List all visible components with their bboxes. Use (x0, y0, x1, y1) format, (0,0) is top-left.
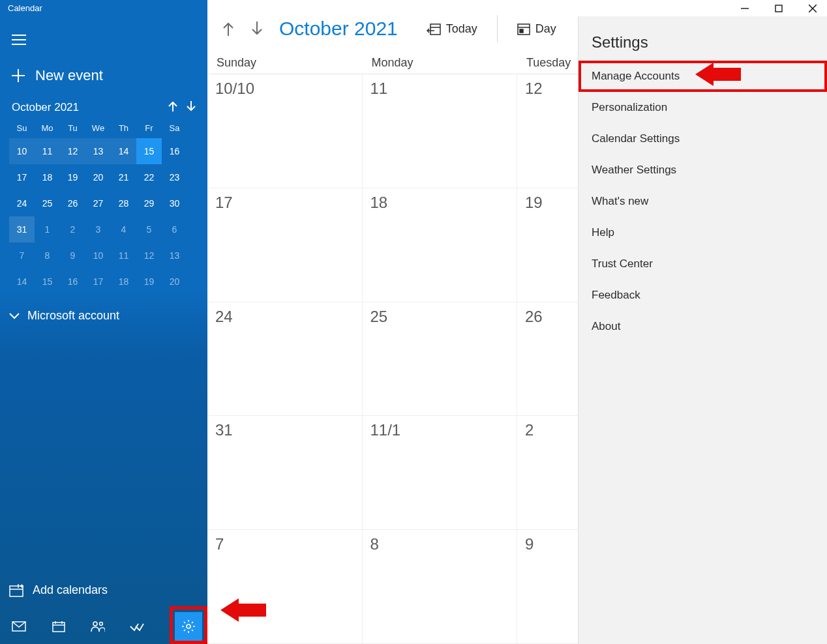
mini-day-cell[interactable]: 19 (60, 164, 85, 190)
settings-item-what-s-new[interactable]: What's new (579, 186, 827, 217)
mini-day-cell[interactable]: 31 (9, 216, 35, 242)
plus-icon (12, 69, 25, 82)
mini-day-cell[interactable]: 12 (60, 138, 85, 164)
mini-day-cell[interactable]: 9 (60, 242, 85, 269)
mini-day-cell[interactable]: 30 (162, 190, 187, 216)
maximize-button[interactable] (770, 2, 788, 15)
settings-item-feedback[interactable]: Feedback (579, 280, 827, 311)
people-icon (91, 621, 105, 632)
new-event-button[interactable]: New event (0, 55, 207, 98)
mini-day-cell[interactable]: 10 (85, 242, 111, 269)
day-cell[interactable]: 17 (207, 188, 363, 302)
mini-day-header: Mo (35, 119, 60, 138)
day-cell[interactable]: 11 (363, 74, 518, 188)
mini-day-cell[interactable]: 26 (60, 190, 85, 216)
next-period-button[interactable] (247, 18, 267, 39)
mini-day-cell[interactable]: 17 (9, 164, 35, 190)
gear-icon (181, 619, 196, 634)
mini-day-cell[interactable]: 8 (35, 242, 60, 269)
day-cell[interactable]: 24 (207, 302, 363, 417)
account-toggle[interactable]: Microsoft account (0, 295, 207, 337)
mini-calendar-title[interactable]: October 2021 (12, 101, 79, 114)
svg-rect-28 (430, 24, 440, 35)
settings-item-help[interactable]: Help (579, 217, 827, 248)
add-calendars-button[interactable]: Add calendars (0, 574, 207, 609)
mini-day-cell[interactable]: 27 (85, 190, 111, 216)
mini-day-cell[interactable]: 7 (9, 242, 35, 269)
todo-button[interactable] (123, 612, 151, 641)
mini-day-cell[interactable]: 12 (136, 242, 162, 269)
calendar-button[interactable] (44, 612, 72, 641)
mini-day-cell[interactable]: 6 (162, 216, 187, 242)
close-button[interactable] (804, 2, 822, 15)
mini-day-cell[interactable]: 11 (35, 138, 60, 164)
mini-day-cell[interactable]: 20 (85, 164, 111, 190)
mini-day-cell[interactable]: 25 (35, 190, 60, 216)
mini-day-cell[interactable]: 4 (111, 216, 136, 242)
mini-calendar: October 2021 SuMoTuWeThFrSa 101112131415… (0, 98, 207, 295)
mini-day-cell[interactable]: 16 (60, 269, 85, 295)
mini-day-cell[interactable]: 2 (60, 216, 85, 242)
mail-icon (12, 621, 26, 632)
mini-day-cell[interactable]: 15 (35, 269, 60, 295)
annotation-arrow-gear (215, 598, 266, 622)
mini-next-button[interactable] (187, 101, 196, 114)
maximize-icon (775, 5, 783, 12)
mini-day-cell[interactable]: 18 (111, 269, 136, 295)
mini-day-cell[interactable]: 24 (9, 190, 35, 216)
settings-panel: Settings Manage AccountsPersonalizationC… (578, 16, 827, 644)
day-view-button[interactable]: Day (511, 17, 563, 40)
mini-day-cell[interactable]: 13 (162, 242, 187, 269)
settings-item-about[interactable]: About (579, 311, 827, 342)
mini-day-cell[interactable]: 11 (111, 242, 136, 269)
mini-day-cell[interactable]: 10 (9, 138, 35, 164)
mail-button[interactable] (5, 612, 33, 641)
day-cell[interactable]: 10/10 (207, 74, 363, 188)
day-cell[interactable]: 8 (363, 530, 518, 644)
arrow-up-icon (222, 22, 234, 36)
sidebar: Calendar New event October 2021 SuMoTuWe… (0, 0, 207, 644)
mini-day-cell[interactable]: 22 (136, 164, 162, 190)
mini-day-cell[interactable]: 14 (9, 269, 35, 295)
calendar-icon (52, 621, 65, 632)
mini-day-cell[interactable]: 5 (136, 216, 162, 242)
mini-day-cell[interactable]: 17 (85, 269, 111, 295)
close-icon (809, 5, 817, 12)
settings-item-calendar-settings[interactable]: Calendar Settings (579, 123, 827, 154)
day-icon (517, 22, 530, 35)
mini-day-cell[interactable]: 23 (162, 164, 187, 190)
day-cell[interactable]: 31 (207, 416, 363, 530)
mini-day-cell[interactable]: 14 (111, 138, 136, 164)
mini-day-header: Tu (60, 119, 85, 138)
mini-day-cell[interactable]: 21 (111, 164, 136, 190)
mini-day-cell[interactable]: 19 (136, 269, 162, 295)
mini-day-cell[interactable]: 13 (85, 138, 111, 164)
settings-item-trust-center[interactable]: Trust Center (579, 248, 827, 280)
mini-day-header: Th (111, 119, 136, 138)
prev-period-button[interactable] (218, 18, 239, 39)
month-title[interactable]: October 2021 (279, 18, 398, 40)
day-cell[interactable]: 18 (363, 188, 518, 302)
day-cell[interactable]: 7 (207, 530, 363, 644)
people-button[interactable] (84, 612, 112, 641)
day-cell[interactable]: 25 (363, 302, 518, 417)
settings-item-weather-settings[interactable]: Weather Settings (579, 154, 827, 186)
mini-day-cell[interactable]: 20 (162, 269, 187, 295)
mini-day-cell[interactable]: 29 (136, 190, 162, 216)
settings-item-personalization[interactable]: Personalization (579, 92, 827, 123)
mini-day-cell[interactable]: 18 (35, 164, 60, 190)
hamburger-button[interactable] (0, 24, 207, 55)
mini-day-cell[interactable]: 16 (162, 138, 187, 164)
minimize-icon (741, 5, 749, 12)
mini-day-cell[interactable]: 28 (111, 190, 136, 216)
day-header: Sunday (207, 56, 363, 70)
arrow-up-icon (168, 101, 177, 111)
mini-day-cell[interactable]: 15 (136, 138, 162, 164)
minimize-button[interactable] (736, 2, 754, 15)
mini-prev-button[interactable] (168, 101, 177, 114)
day-cell[interactable]: 11/1 (363, 416, 518, 530)
settings-button[interactable] (175, 612, 202, 641)
today-button[interactable]: Today (420, 17, 484, 40)
mini-day-cell[interactable]: 3 (85, 216, 111, 242)
mini-day-cell[interactable]: 1 (35, 216, 60, 242)
